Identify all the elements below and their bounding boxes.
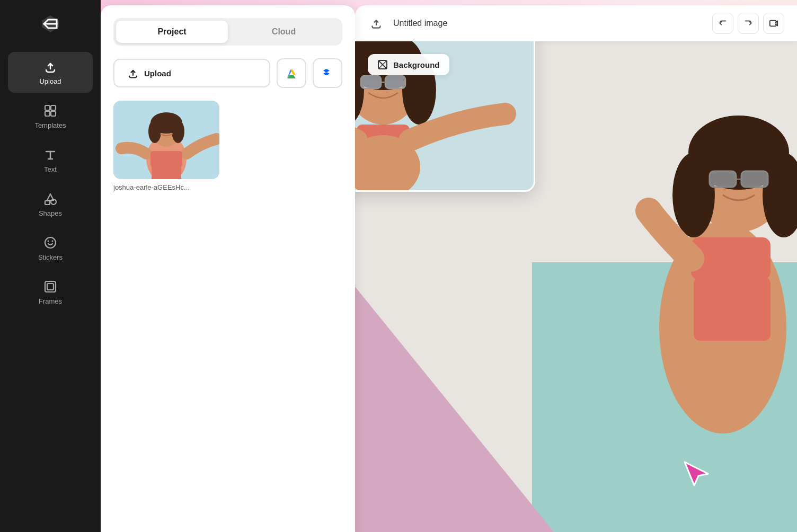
svg-rect-5 bbox=[45, 201, 50, 205]
artboard: Background bbox=[355, 41, 797, 532]
dropbox-button[interactable] bbox=[313, 58, 342, 88]
svg-rect-2 bbox=[45, 111, 50, 116]
svg-rect-36 bbox=[361, 76, 381, 88]
stickers-label: Stickers bbox=[38, 253, 63, 261]
templates-icon bbox=[43, 103, 58, 118]
file-item[interactable]: joshua-earle-aGEEsHc... bbox=[113, 101, 219, 191]
svg-rect-18 bbox=[152, 164, 181, 179]
tab-project[interactable]: Project bbox=[116, 21, 228, 43]
tab-cloud[interactable]: Cloud bbox=[228, 21, 340, 43]
svg-rect-26 bbox=[710, 171, 736, 187]
stickers-icon bbox=[43, 235, 58, 250]
svg-rect-10 bbox=[47, 283, 54, 290]
sidebar-item-shapes[interactable]: Shapes bbox=[8, 184, 93, 225]
export-icon bbox=[769, 19, 778, 28]
svg-point-24 bbox=[672, 153, 715, 237]
svg-rect-37 bbox=[385, 76, 405, 88]
undo-button[interactable] bbox=[712, 13, 733, 34]
templates-label: Templates bbox=[34, 121, 66, 129]
svg-rect-30 bbox=[694, 277, 771, 341]
canvas-title: Untitled image bbox=[393, 19, 704, 28]
outer-woman bbox=[633, 73, 797, 476]
redo-icon bbox=[743, 19, 753, 28]
upload-btn-label: Upload bbox=[144, 69, 171, 78]
redo-button[interactable] bbox=[738, 13, 759, 34]
sidebar-item-stickers[interactable]: Stickers bbox=[8, 228, 93, 269]
sidebar-item-templates[interactable]: Templates bbox=[8, 96, 93, 137]
app-logo bbox=[37, 11, 64, 37]
sidebar: Upload Templates Text bbox=[0, 0, 101, 532]
export-button[interactable] bbox=[763, 13, 784, 34]
tabs-container: Project Cloud bbox=[113, 18, 342, 46]
file-thumbnail bbox=[113, 101, 219, 179]
canvas-viewport: Background bbox=[355, 41, 797, 532]
file-name: joshua-earle-aGEEsHc... bbox=[113, 183, 219, 191]
frames-label: Frames bbox=[39, 297, 62, 305]
svg-point-15 bbox=[148, 120, 161, 143]
undo-icon bbox=[718, 19, 728, 28]
app-container: Upload Templates Text bbox=[0, 0, 797, 532]
topbar-upload-icon bbox=[368, 15, 385, 32]
upload-icon bbox=[43, 59, 58, 74]
shapes-icon bbox=[43, 191, 58, 206]
text-label: Text bbox=[44, 165, 57, 173]
google-drive-button[interactable] bbox=[277, 58, 306, 88]
svg-rect-3 bbox=[51, 111, 56, 116]
svg-rect-0 bbox=[45, 105, 50, 110]
background-chip-icon bbox=[377, 59, 388, 70]
cursor-arrow bbox=[680, 458, 712, 490]
dropbox-icon bbox=[321, 67, 334, 79]
text-icon bbox=[43, 147, 58, 162]
top-bar: Untitled image bbox=[355, 5, 797, 41]
upload-label: Upload bbox=[39, 77, 61, 85]
svg-point-6 bbox=[45, 237, 56, 248]
svg-point-16 bbox=[172, 120, 184, 143]
sidebar-item-upload[interactable]: Upload bbox=[8, 52, 93, 93]
svg-rect-1 bbox=[51, 105, 56, 110]
svg-point-7 bbox=[48, 241, 49, 242]
upload-section: Upload bbox=[113, 58, 342, 88]
google-drive-icon bbox=[285, 67, 298, 79]
shapes-label: Shapes bbox=[39, 209, 62, 217]
topbar-actions bbox=[712, 13, 784, 34]
upload-btn-icon bbox=[127, 67, 139, 79]
sidebar-item-frames[interactable]: Frames bbox=[8, 272, 93, 313]
sidebar-item-text[interactable]: Text bbox=[8, 140, 93, 181]
frames-icon bbox=[43, 279, 58, 294]
content-panel: Project Cloud Upload bbox=[101, 5, 355, 532]
canvas-area: Untitled image bbox=[355, 0, 797, 532]
upload-button[interactable]: Upload bbox=[113, 59, 270, 87]
svg-point-8 bbox=[52, 241, 54, 242]
svg-rect-19 bbox=[770, 21, 776, 26]
background-chip-label: Background bbox=[393, 60, 440, 69]
svg-rect-27 bbox=[741, 171, 768, 187]
background-chip[interactable]: Background bbox=[368, 54, 449, 75]
